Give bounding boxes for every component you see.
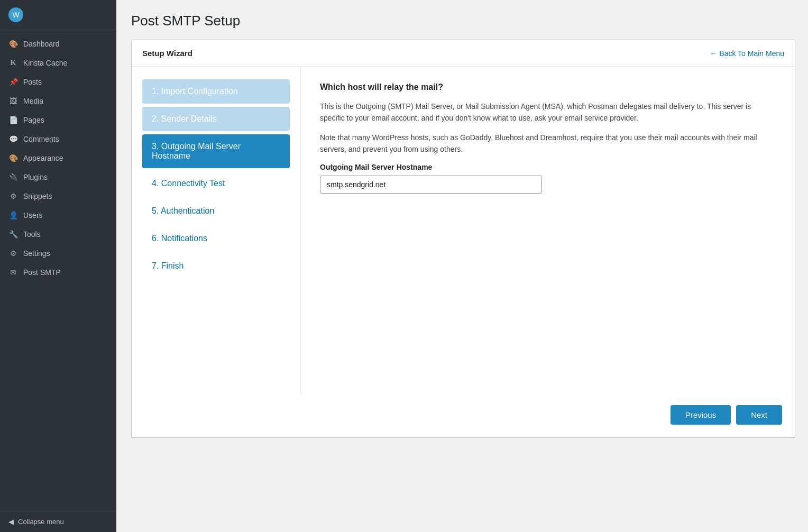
setup-card: Setup Wizard ← Back To Main Menu 1. Impo… (131, 40, 795, 438)
step-4-label: 4. Connectivity Test (152, 179, 225, 188)
wizard-step-4[interactable]: 4. Connectivity Test (142, 171, 290, 196)
media-icon: 🖼 (8, 96, 18, 106)
comments-icon: 💬 (8, 134, 18, 144)
wizard-title: Setup Wizard (142, 49, 192, 58)
wizard-footer: Previous Next (132, 395, 795, 437)
posts-icon: 📌 (8, 77, 18, 87)
sidebar-item-posts[interactable]: 📌 Posts (0, 72, 116, 91)
post-smtp-icon: ✉ (8, 268, 18, 277)
page-title: Post SMTP Setup (131, 13, 795, 29)
sidebar-item-kinsta-cache[interactable]: K Kinsta Cache (0, 53, 116, 72)
collapse-icon: ◀ (8, 518, 14, 526)
content-description-1: This is the Outgoing (SMTP) Mail Server,… (320, 100, 776, 124)
content-question: Which host will relay the mail? (320, 82, 776, 92)
collapse-menu[interactable]: ◀ Collapse menu (0, 511, 116, 532)
wizard-steps: 1. Import Configuration 2. Sender Detail… (132, 67, 301, 395)
sidebar-item-label: Settings (23, 249, 50, 258)
card-header: Setup Wizard ← Back To Main Menu (132, 40, 795, 67)
kinsta-icon: K (8, 58, 18, 68)
step-3-label: 3. Outgoing Mail Server Hostname (152, 142, 280, 161)
back-to-main-link[interactable]: ← Back To Main Menu (710, 49, 784, 58)
next-button[interactable]: Next (736, 405, 782, 425)
wizard-step-6[interactable]: 6. Notifications (142, 226, 290, 251)
wp-logo-icon: W (8, 7, 23, 22)
sidebar-item-post-smtp[interactable]: ✉ Post SMTP (0, 263, 116, 282)
wizard-step-7[interactable]: 7. Finish (142, 254, 290, 278)
wizard-step-5[interactable]: 5. Authentication (142, 199, 290, 223)
back-arrow-icon: ← (710, 49, 717, 58)
sidebar-item-label: Media (23, 97, 43, 105)
wizard-step-2[interactable]: 2. Sender Details (142, 107, 290, 131)
wizard-content: Which host will relay the mail? This is … (301, 67, 795, 395)
appearance-icon: 🎨 (8, 153, 18, 163)
sidebar-nav: 🎨 Dashboard K Kinsta Cache 📌 Posts 🖼 Med… (0, 30, 116, 286)
sidebar-item-settings[interactable]: ⚙ Settings (0, 244, 116, 263)
sidebar-item-comments[interactable]: 💬 Comments (0, 130, 116, 149)
sidebar-item-tools[interactable]: 🔧 Tools (0, 225, 116, 244)
wizard-step-1[interactable]: 1. Import Configuration (142, 79, 290, 104)
previous-button[interactable]: Previous (671, 405, 731, 425)
sidebar-item-label: Dashboard (23, 40, 60, 48)
settings-icon: ⚙ (8, 249, 18, 258)
sidebar-item-snippets[interactable]: ⚙ Snippets (0, 187, 116, 206)
snippets-icon: ⚙ (8, 191, 18, 201)
back-to-main-label: Back To Main Menu (719, 49, 784, 58)
sidebar-item-label: Posts (23, 78, 42, 86)
users-icon: 👤 (8, 210, 18, 220)
step-6-label: 6. Notifications (152, 234, 207, 243)
step-7-label: 7. Finish (152, 261, 183, 271)
sidebar-item-users[interactable]: 👤 Users (0, 206, 116, 225)
sidebar-item-media[interactable]: 🖼 Media (0, 91, 116, 111)
sidebar-item-dashboard[interactable]: 🎨 Dashboard (0, 34, 116, 53)
sidebar-item-label: Snippets (23, 192, 52, 200)
tools-icon: 🔧 (8, 230, 18, 239)
step-1-label: 1. Import Configuration (152, 87, 238, 96)
sidebar-item-label: Post SMTP (23, 268, 61, 277)
sidebar-logo: W (0, 0, 116, 30)
sidebar-item-label: Comments (23, 135, 59, 143)
pages-icon: 📄 (8, 115, 18, 125)
plugins-icon: 🔌 (8, 172, 18, 182)
step-2-label: 2. Sender Details (152, 114, 217, 124)
step-5-label: 5. Authentication (152, 206, 214, 216)
sidebar-item-pages[interactable]: 📄 Pages (0, 111, 116, 130)
content-description-2: Note that many WordPress hosts, such as … (320, 132, 776, 155)
sidebar-item-label: Plugins (23, 173, 48, 181)
outgoing-mail-server-input[interactable] (320, 176, 542, 194)
wizard-body: 1. Import Configuration 2. Sender Detail… (132, 67, 795, 395)
sidebar-item-label: Appearance (23, 154, 63, 162)
sidebar-item-label: Users (23, 211, 43, 219)
dashboard-icon: 🎨 (8, 39, 18, 49)
collapse-label: Collapse menu (18, 518, 64, 526)
sidebar-item-label: Pages (23, 116, 44, 124)
main-content: Post SMTP Setup Setup Wizard ← Back To M… (116, 0, 808, 532)
field-label: Outgoing Mail Server Hostname (320, 163, 776, 171)
sidebar: W 🎨 Dashboard K Kinsta Cache 📌 Posts 🖼 M… (0, 0, 116, 532)
sidebar-item-label: Kinsta Cache (23, 59, 67, 67)
wizard-step-3[interactable]: 3. Outgoing Mail Server Hostname (142, 134, 290, 168)
sidebar-item-plugins[interactable]: 🔌 Plugins (0, 168, 116, 187)
sidebar-item-appearance[interactable]: 🎨 Appearance (0, 149, 116, 168)
sidebar-item-label: Tools (23, 230, 41, 239)
